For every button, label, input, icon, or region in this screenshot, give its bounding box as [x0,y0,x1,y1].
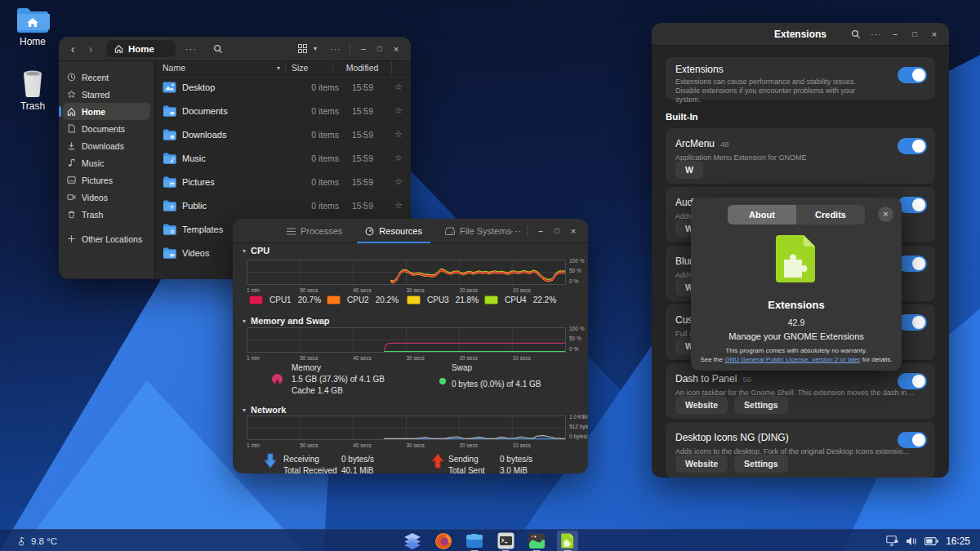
window-menu-button[interactable]: ··· [330,44,341,54]
taskbar-app-firefox[interactable] [433,531,454,551]
file-row-public[interactable]: Public0 items15∶59☆ [155,193,411,217]
terminal-icon [497,532,514,549]
memory-ylabel: 100 % [569,327,588,332]
sidebar-item-recent[interactable]: Recent [63,69,150,86]
forward-button[interactable]: › [83,42,98,56]
star-icon[interactable]: ☆ [386,105,411,116]
clock[interactable]: 16∶25 [946,535,970,547]
star-icon[interactable]: ☆ [386,176,411,187]
sidebar-item-downloads[interactable]: Downloads [63,137,150,154]
extension-toggle[interactable] [898,138,927,154]
extension-toggle[interactable] [898,256,927,272]
close-button[interactable]: × [926,29,942,39]
minimize-button[interactable]: − [355,44,372,54]
close-button[interactable]: × [388,44,404,54]
website-button[interactable]: Website [675,396,728,414]
folder-icon [163,105,176,117]
memory-section-header[interactable]: ▾Memory and Swap [243,316,330,326]
window-menu-button[interactable]: ··· [871,29,882,39]
maximize-button[interactable]: □ [906,30,923,38]
view-options-caret[interactable]: ▾ [307,45,323,52]
sidebar-item-videos[interactable]: Videos [63,189,150,206]
file-modified: 15∶59 [339,153,386,163]
dialog-close-button[interactable]: × [878,207,893,222]
volume-icon[interactable] [906,536,917,546]
extension-toggle[interactable] [898,432,927,448]
section-built-in: Built-In [666,112,935,122]
cpu3-legend[interactable]: CPU321.8% [407,295,479,304]
cpu4-legend[interactable]: CPU422.2% [484,295,556,304]
sidebar-item-trash[interactable]: Trash [63,206,150,223]
search-icon[interactable] [213,44,223,54]
cpu-section-header[interactable]: ▾CPU [243,246,270,256]
master-toggle[interactable] [898,67,927,83]
extension-description: Application Menu Extension for GNOME [675,153,914,162]
cpu3-swatch [407,295,421,304]
maximize-button[interactable]: □ [372,45,388,53]
maximize-button[interactable]: □ [549,227,565,235]
minimize-button[interactable]: − [532,226,549,236]
video-icon [67,193,76,202]
extension-toggle[interactable] [898,197,927,213]
desktop-icon-label: Home [7,36,58,47]
disclosure-caret: ▾ [243,247,246,255]
taskbar-app-extensions[interactable] [557,531,578,551]
path-menu-button[interactable]: ··· [185,44,197,54]
cpu1-legend[interactable]: CPU120.7% [249,295,321,304]
battery-icon[interactable] [924,537,938,545]
taskbar-app-system-monitor[interactable] [526,531,547,551]
file-items: 0 items [296,130,339,140]
grid-view-icon[interactable] [298,44,307,53]
system-monitor-window: Processes Resources File Systems ··· − □… [233,219,588,473]
website-button[interactable]: W [675,161,703,179]
star-icon[interactable]: ☆ [386,129,411,140]
back-button[interactable]: ‹ [65,42,80,56]
sidebar-item-starred[interactable]: Starred [63,86,150,103]
network-section-header[interactable]: ▾Network [243,405,286,415]
close-button[interactable]: × [565,226,581,236]
weather-widget[interactable]: 9.8 °C [18,530,57,551]
tab-credits[interactable]: Credits [796,205,865,224]
tab-file-systems[interactable]: File Systems [434,219,523,243]
settings-button[interactable]: Settings [734,396,787,414]
search-icon[interactable] [851,29,861,39]
taskbar-app-files[interactable] [464,531,485,551]
desktop-icon-trash[interactable]: Trash [7,69,58,112]
extension-toggle[interactable] [898,373,927,389]
path-bar[interactable]: Home [106,40,176,57]
cpu2-legend[interactable]: CPU220.2% [327,295,399,304]
star-icon[interactable]: ☆ [386,153,411,163]
taskbar-app-stack[interactable] [402,531,423,551]
taskbar-app-terminal[interactable] [495,531,516,551]
folder-icon [163,129,176,140]
file-row-desktop[interactable]: Desktop0 items15∶59☆ [155,75,411,99]
file-row-documents[interactable]: Documents0 items15∶59☆ [155,99,411,122]
extension-toggle[interactable] [898,314,927,331]
network-display-icon[interactable] [886,535,898,546]
tab-processes[interactable]: Processes [275,219,354,243]
file-row-downloads[interactable]: Downloads0 items15∶59☆ [155,122,411,146]
tab-resources[interactable]: Resources [354,219,434,243]
column-header-name[interactable]: Name▾ [155,63,285,73]
cpu-ylabel: 0 % [569,279,588,285]
file-row-music[interactable]: Music0 items15∶59☆ [155,146,411,170]
column-header-size[interactable]: Size [285,63,332,73]
sidebar-item-home[interactable]: Home [63,103,150,120]
star-icon[interactable]: ☆ [386,200,411,211]
license-link[interactable]: GNU General Public License, version 2 or… [724,356,860,363]
sidebar-item-documents[interactable]: Documents [63,120,150,137]
settings-button[interactable]: Settings [734,455,787,473]
extension-card-arcmenu: ArcMenu48 Application Menu Extension for… [666,128,935,184]
sidebar-item-pictures[interactable]: Pictures [63,171,150,189]
star-icon[interactable]: ☆ [386,82,411,92]
sending-values: 0 bytes/s 3.0 MiB [500,454,532,473]
website-button[interactable]: Website [675,455,728,473]
extensions-icon [560,532,575,549]
desktop-icon-home[interactable]: Home [7,6,58,47]
minimize-button[interactable]: − [887,29,903,39]
column-header-modified[interactable]: Modified [332,63,391,73]
sidebar-item-music[interactable]: Music [63,154,150,171]
file-row-pictures[interactable]: Pictures0 items15∶59☆ [155,170,411,193]
sidebar-item-other-locations[interactable]: Other Locations [63,230,150,247]
tab-about[interactable]: About [728,205,796,224]
